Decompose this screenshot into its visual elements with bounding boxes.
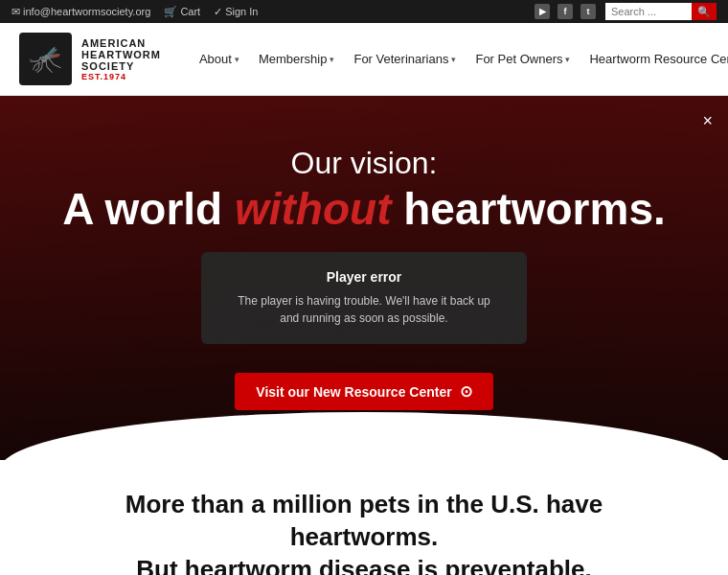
topbar: ✉ info@heartwormsociety.org 🛒 Cart ✓ Sig…	[0, 0, 728, 23]
hero-tagline-part2: heartworms.	[391, 184, 665, 234]
nav-resource-center[interactable]: Heartworm Resource Center	[580, 25, 728, 93]
logo-line3: SOCIETY	[81, 60, 161, 72]
social-links: ▶ f t	[535, 4, 596, 19]
body-headline: More than a million pets in the U.S. hav…	[57, 489, 671, 575]
youtube-icon[interactable]: ▶	[535, 4, 550, 19]
body-headline-line2: But heartworm disease is preventable.	[136, 555, 591, 575]
cart-link[interactable]: 🛒 Cart	[164, 6, 200, 18]
nav-membership-label: Membership	[259, 52, 328, 66]
nav-resource-center-label: Heartworm Resource Center	[589, 52, 728, 66]
header: 🦟 AMERICAN HEARTWORM SOCIETY EST.1974 Ab…	[0, 23, 728, 96]
nav-membership-arrow: ▾	[330, 55, 334, 64]
resource-btn-label: Visit our New Resource Center	[256, 384, 451, 400]
body-content: More than a million pets in the U.S. hav…	[0, 460, 728, 575]
logo-line1: AMERICAN	[81, 37, 161, 49]
resource-btn-icon: ⊙	[460, 382, 472, 401]
topbar-left: ✉ info@heartwormsociety.org 🛒 Cart ✓ Sig…	[11, 6, 258, 18]
email-icon: ✉	[11, 6, 20, 17]
cart-text: Cart	[180, 6, 200, 17]
close-button[interactable]: ×	[702, 111, 713, 131]
email-text: info@heartwormsociety.org	[23, 6, 150, 17]
facebook-icon[interactable]: f	[557, 4, 573, 19]
player-error-message: The player is having trouble. We'll have…	[228, 292, 500, 327]
hero-content: Our vision: A world without heartworms. …	[43, 126, 685, 430]
topbar-right: ▶ f t 🔍	[535, 3, 717, 20]
signin-link[interactable]: ✓ Sign In	[214, 6, 258, 18]
search-button[interactable]: 🔍	[692, 3, 717, 20]
player-error-box: Player error The player is having troubl…	[201, 252, 527, 344]
player-error-title: Player error	[228, 269, 500, 285]
search-input[interactable]	[605, 3, 692, 20]
nav-membership[interactable]: Membership ▾	[249, 25, 345, 93]
nav-about-arrow: ▾	[235, 55, 239, 64]
nav-about-label: About	[199, 52, 232, 66]
nav-veterinarians-arrow: ▾	[451, 55, 456, 64]
signin-text: Sign In	[225, 6, 258, 17]
nav-pet-owners[interactable]: For Pet Owners ▾	[466, 25, 580, 93]
logo-est: EST.1974	[81, 72, 161, 81]
hero-tagline-part1: A world	[62, 184, 235, 234]
main-nav: About ▾ Membership ▾ For Veterinarians ▾…	[190, 25, 728, 93]
check-icon: ✓	[214, 6, 222, 17]
logo-bird-icon: 🦟	[29, 46, 62, 73]
hero-vision: Our vision:	[62, 146, 666, 181]
cart-icon: 🛒	[164, 6, 177, 17]
twitter-icon[interactable]: t	[580, 4, 596, 19]
hero-section: × Our vision: A world without heartworms…	[0, 96, 728, 460]
nav-veterinarians[interactable]: For Veterinarians ▾	[344, 25, 466, 93]
nav-about[interactable]: About ▾	[190, 25, 249, 93]
hero-tagline: A world without heartworms.	[62, 185, 666, 234]
email-link[interactable]: ✉ info@heartwormsociety.org	[11, 6, 150, 18]
search-box: 🔍	[605, 3, 717, 20]
logo-icon: 🦟	[19, 33, 72, 85]
logo[interactable]: 🦟 AMERICAN HEARTWORM SOCIETY EST.1974	[19, 33, 161, 85]
hero-tagline-highlight: without	[235, 184, 392, 234]
logo-text: AMERICAN HEARTWORM SOCIETY EST.1974	[81, 37, 161, 81]
resource-center-button[interactable]: Visit our New Resource Center ⊙	[235, 373, 492, 410]
body-headline-line1: More than a million pets in the U.S. hav…	[125, 490, 603, 551]
nav-pet-owners-arrow: ▾	[565, 55, 570, 64]
logo-line2: HEARTWORM	[81, 49, 161, 60]
nav-pet-owners-label: For Pet Owners	[475, 52, 562, 66]
nav-veterinarians-label: For Veterinarians	[353, 52, 448, 66]
